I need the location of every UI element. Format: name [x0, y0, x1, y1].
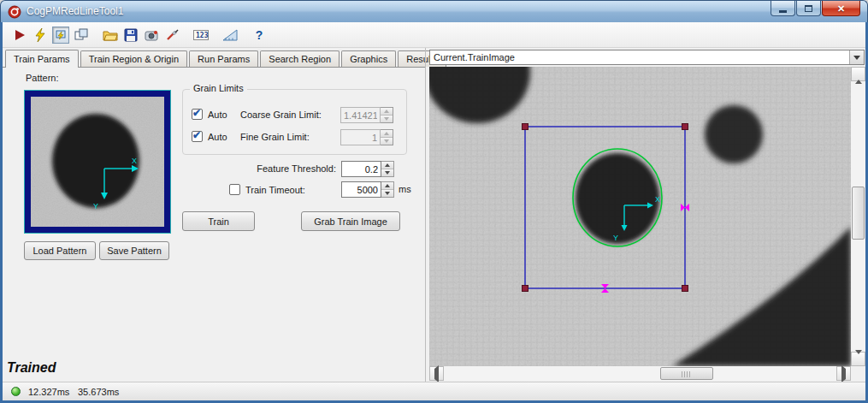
live-display-icon	[52, 27, 69, 44]
fine-grain-limit-spinner	[381, 129, 393, 145]
spin-down-icon	[381, 169, 393, 176]
image-selector-combobox[interactable]: Current.TrainImage	[429, 50, 865, 65]
scrollbar-corner	[851, 366, 865, 381]
auto-coarse-label: Auto	[208, 110, 227, 120]
left-pane: Train Params Train Region & Origin Run P…	[3, 48, 425, 382]
close-icon: ✕	[837, 2, 845, 15]
horizontal-scrollbar[interactable]	[429, 366, 851, 381]
help-icon: ?	[256, 28, 263, 42]
maximize-button[interactable]	[796, 1, 821, 16]
maximize-icon	[805, 5, 812, 12]
tab-run-params[interactable]: Run Params	[189, 50, 258, 67]
scroll-down-button[interactable]	[851, 352, 865, 366]
scroll-right-button[interactable]	[836, 366, 851, 381]
pattern-axis-y-label: Y	[93, 202, 98, 210]
electric-run-button[interactable]	[30, 25, 50, 45]
minimize-icon	[779, 10, 787, 13]
arrow-up-icon	[855, 69, 862, 80]
load-pattern-button[interactable]: Load Pattern	[24, 241, 96, 260]
train-timeout-spinner[interactable]	[381, 181, 394, 198]
numeric-display-button[interactable]: 123	[191, 25, 211, 45]
grain-limits-title: Grain Limits	[190, 83, 247, 93]
tab-train-params[interactable]: Train Params	[5, 50, 79, 68]
tab-graphics[interactable]: Graphics	[341, 50, 396, 67]
save-image-icon	[124, 28, 138, 42]
app-icon	[8, 5, 21, 19]
horizontal-scroll-thumb[interactable]	[660, 367, 713, 380]
auto-fine-label: Auto	[208, 132, 227, 142]
graphics-brush-icon	[165, 28, 179, 42]
auto-coarse-checkbox[interactable]	[192, 109, 203, 120]
train-image-viewport[interactable]: X Y	[429, 67, 851, 366]
status-bar: 12.327ms 35.673ms	[3, 382, 865, 400]
pattern-axis-x-label: X	[132, 157, 137, 165]
scroll-left-button[interactable]	[429, 366, 444, 381]
tab-train-region-origin[interactable]: Train Region & Origin	[80, 50, 187, 67]
train-timeout-field[interactable]	[341, 181, 381, 198]
feature-threshold-spinner[interactable]	[381, 161, 394, 177]
run-time-value: 12.327ms	[28, 382, 69, 400]
train-button[interactable]: Train	[182, 211, 255, 231]
float-window-icon	[74, 28, 88, 41]
vertical-scrollbar[interactable]	[851, 67, 865, 366]
graphics-brush-button[interactable]	[162, 25, 182, 45]
electric-run-icon	[34, 28, 46, 42]
close-button[interactable]: ✕	[822, 1, 860, 16]
coarse-grain-limit-label: Coarse Grain Limit:	[240, 110, 322, 120]
train-timeout-label: Train Timeout:	[245, 185, 305, 195]
vertical-scroll-thumb[interactable]	[852, 187, 865, 240]
train-axis-x-label: X	[655, 195, 660, 204]
main-area: Train Params Train Region & Origin Run P…	[3, 48, 865, 382]
window-controls: ✕	[771, 1, 860, 16]
arrow-left-icon	[434, 369, 439, 379]
run-icon	[15, 30, 25, 40]
pattern-image: X Y	[31, 97, 164, 227]
float-window-button[interactable]	[71, 25, 92, 45]
svg-text:123: 123	[196, 32, 209, 39]
spin-up-icon	[381, 130, 393, 137]
image-selector-value: Current.TrainImage	[434, 51, 515, 64]
measure-button[interactable]	[220, 25, 240, 45]
open-image-button[interactable]	[100, 25, 121, 45]
numeric-display-icon: 123	[193, 29, 209, 41]
tab-search-region[interactable]: Search Region	[260, 50, 340, 67]
spin-down-icon	[381, 137, 393, 145]
feature-threshold-label: Feature Threshold:	[208, 163, 336, 174]
record-icon	[145, 28, 158, 42]
tab-strip: Train Params Train Region & Origin Run P…	[3, 50, 425, 68]
save-image-button[interactable]	[121, 25, 141, 45]
save-pattern-button[interactable]: Save Pattern	[99, 241, 169, 260]
total-time-value: 35.673ms	[78, 382, 119, 400]
train-axis-y-label: Y	[613, 234, 618, 242]
spin-up-icon	[381, 108, 393, 115]
fine-grain-limit-label: Fine Grain Limit:	[240, 132, 310, 142]
live-display-button[interactable]	[50, 25, 71, 45]
title-bar[interactable]: CogPMRedLineTool1 ✕	[0, 0, 868, 22]
minimize-button[interactable]	[771, 1, 795, 16]
arrow-down-icon	[855, 354, 862, 364]
arrow-right-icon	[841, 369, 846, 379]
status-led-icon	[11, 387, 21, 396]
grain-limits-group: Grain Limits Auto Coarse Grain Limit: Au…	[182, 89, 407, 155]
feature-threshold-field[interactable]	[341, 161, 381, 177]
spin-down-icon	[381, 189, 393, 197]
train-timeout-unit: ms	[399, 184, 411, 194]
pattern-preview: X Y	[24, 90, 171, 234]
app-window: CogPMRedLineTool1 ✕	[0, 0, 868, 403]
chevron-down-icon[interactable]	[849, 50, 864, 64]
run-button[interactable]	[9, 25, 30, 45]
train-timeout-checkbox[interactable]	[229, 184, 240, 195]
spin-up-icon	[381, 162, 393, 169]
image-display-pane: Current.TrainImage	[425, 48, 865, 382]
open-image-icon	[103, 29, 118, 41]
auto-fine-checkbox[interactable]	[192, 131, 203, 142]
train-params-panel: Pattern:	[3, 68, 425, 382]
pattern-label: Pattern:	[26, 73, 59, 83]
train-status-text: Trained	[7, 360, 56, 376]
record-button[interactable]	[141, 25, 162, 45]
coarse-grain-limit-field	[340, 107, 381, 123]
spin-down-icon	[381, 115, 393, 122]
grab-train-image-button[interactable]: Grab Train Image	[301, 211, 400, 231]
help-button[interactable]: ?	[249, 25, 269, 45]
scroll-up-button[interactable]	[851, 67, 865, 81]
